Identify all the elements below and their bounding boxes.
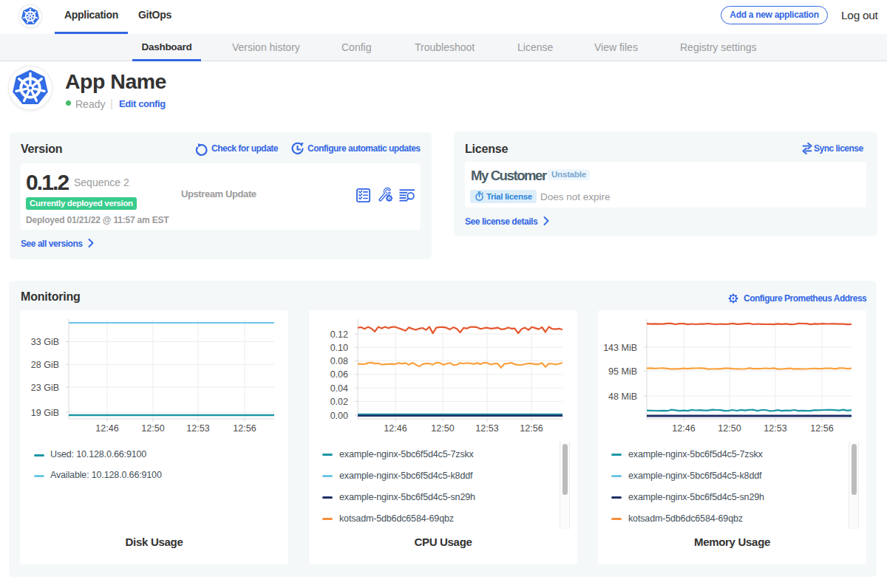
- svg-text:12:53: 12:53: [186, 423, 209, 434]
- svg-text:12:46: 12:46: [384, 423, 407, 434]
- svg-text:12:46: 12:46: [95, 423, 118, 434]
- svg-text:12:50: 12:50: [431, 423, 454, 434]
- svg-text:0.00: 0.00: [330, 411, 348, 421]
- svg-text:33 GiB: 33 GiB: [31, 337, 59, 347]
- svg-text:48 MiB: 48 MiB: [608, 392, 637, 402]
- svg-text:0.10: 0.10: [330, 343, 348, 353]
- svg-text:12:50: 12:50: [718, 423, 741, 434]
- svg-text:12:46: 12:46: [672, 423, 695, 434]
- svg-text:0.12: 0.12: [330, 329, 348, 340]
- svg-text:12:56: 12:56: [233, 423, 256, 434]
- svg-text:19 GiB: 19 GiB: [31, 408, 59, 418]
- svg-text:0.04: 0.04: [330, 383, 348, 394]
- svg-text:12:56: 12:56: [520, 423, 543, 434]
- svg-text:12:50: 12:50: [141, 423, 164, 434]
- svg-text:0.08: 0.08: [330, 356, 348, 366]
- svg-text:12:56: 12:56: [810, 423, 833, 434]
- svg-text:28 GiB: 28 GiB: [31, 360, 59, 370]
- svg-text:23 GiB: 23 GiB: [31, 383, 59, 393]
- svg-text:143 MiB: 143 MiB: [603, 343, 637, 353]
- svg-text:12:53: 12:53: [764, 423, 786, 434]
- svg-text:0.06: 0.06: [330, 369, 348, 380]
- svg-text:12:53: 12:53: [475, 423, 498, 434]
- svg-text:95 MiB: 95 MiB: [608, 366, 637, 377]
- svg-text:0.02: 0.02: [330, 397, 348, 407]
